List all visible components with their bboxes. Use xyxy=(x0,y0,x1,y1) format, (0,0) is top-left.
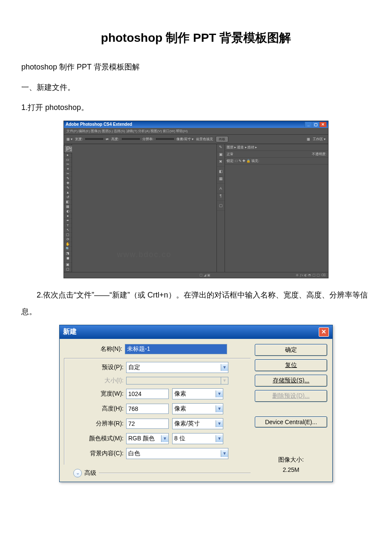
page-title: photoshop 制作 PPT 背景模板图解 xyxy=(21,30,371,46)
workspace-icon[interactable]: ▦ xyxy=(307,137,310,141)
resolution-unit-select[interactable]: 像素/英寸▼ xyxy=(172,418,223,429)
layers-panel: 图层 ▸ 通道 ▸ 路径 ▸ 正常 不透明度: 锁定: □ ✎ ✚ 🔒 填充: xyxy=(225,144,328,272)
advanced-toggle-row: ⌄ 高级 xyxy=(65,469,251,477)
width-unit-select[interactable]: 像素▼ xyxy=(172,388,223,399)
shape-tool-icon[interactable]: ▢ xyxy=(64,233,72,237)
color-mode-select[interactable]: RGB 颜色▼ xyxy=(126,433,169,444)
eyedrop-tool-icon[interactable]: ✎ xyxy=(64,176,72,181)
dialog-close-button[interactable]: ✕ xyxy=(319,327,329,337)
chevron-down-icon: ▼ xyxy=(216,420,223,427)
photoshop-screenshot: Adobe Photoshop CS4 Extended _ ▢ ✕ 文件(F)… xyxy=(63,121,329,278)
dialog-title-text: 新建 xyxy=(63,327,77,336)
reset-button[interactable]: 复位 xyxy=(255,359,327,371)
minimize-button[interactable]: _ xyxy=(305,122,312,127)
width-input[interactable] xyxy=(126,389,169,399)
new-document-dialog: 新建 ✕ 名称(N): 预设(P): 自定▼ 大小(I): ▼ xyxy=(59,325,333,482)
char-panel-icon[interactable]: ✖ xyxy=(217,159,225,167)
hand-tool-icon[interactable]: ✋ xyxy=(64,242,72,247)
zoom-tool-icon[interactable]: 🔍 xyxy=(64,247,72,251)
bit-depth-select[interactable]: 8 位▼ xyxy=(172,433,223,444)
image-size-value: 2.25M xyxy=(255,466,327,473)
brush-tool-icon[interactable]: ✎ xyxy=(64,186,72,191)
lasso-tool-icon[interactable]: ✂ xyxy=(64,162,72,167)
color-panel-icon[interactable]: ◧ xyxy=(217,169,225,176)
layers-lock-row[interactable]: 锁定: □ ✎ ✚ 🔒 填充: xyxy=(225,158,328,165)
options-width-input[interactable] xyxy=(85,138,103,140)
height-unit-select[interactable]: 像素▼ xyxy=(172,403,223,414)
maximize-button[interactable]: ▢ xyxy=(312,122,319,127)
options-res-input[interactable] xyxy=(156,138,174,140)
preset-label: 预设(P): xyxy=(66,364,126,371)
options-res-label: 分辨率: xyxy=(142,137,153,142)
hist-panel-icon[interactable]: ▣ xyxy=(217,152,225,159)
resolution-label: 分辨率(R): xyxy=(66,420,126,428)
workspace-selector[interactable]: 工作区 ▾ xyxy=(313,137,326,142)
advanced-label[interactable]: 高级 xyxy=(84,469,96,477)
name-input[interactable] xyxy=(125,344,227,354)
chevron-down-icon: ▼ xyxy=(216,390,223,397)
pen-tool-icon[interactable]: ✒ xyxy=(64,219,72,223)
heal-tool-icon[interactable]: ✚ xyxy=(64,181,72,186)
dialog-titlebar: 新建 ✕ xyxy=(60,325,332,339)
quickmask-icon[interactable]: ▣ xyxy=(64,263,72,267)
move-tool-icon[interactable]: ▸ xyxy=(64,153,72,158)
size-label: 大小(I): xyxy=(66,377,126,384)
3d-tool-icon[interactable]: ⟳ xyxy=(64,237,72,242)
options-width-label: 宽度: xyxy=(75,137,83,142)
width-label: 宽度(W): xyxy=(66,390,126,398)
chevron-down-icon: ▼ xyxy=(221,450,228,457)
fg-bg-colors[interactable]: ◼ xyxy=(64,256,72,263)
ok-button[interactable]: 确定 xyxy=(255,344,327,356)
dodge-tool-icon[interactable]: ● xyxy=(64,214,72,219)
layers-tabs[interactable]: 图层 ▸ 通道 ▸ 路径 ▸ xyxy=(225,144,328,151)
window-close-button[interactable]: ✕ xyxy=(319,122,326,127)
resolution-input[interactable] xyxy=(126,419,169,429)
stamp-tool-icon[interactable]: ▲ xyxy=(64,191,72,195)
swatch-panel-icon[interactable]: ▦ xyxy=(217,176,225,184)
collapsed-panel-strip: ✎ ▣ ✖ ◧ ▦ A ¶ ▢ xyxy=(216,144,225,272)
blur-tool-icon[interactable]: ◐ xyxy=(64,209,72,214)
watermark-text: www.bdoc.co xyxy=(72,250,216,259)
advanced-chevron-icon[interactable]: ⌄ xyxy=(73,469,82,477)
height-label: 高度(H): xyxy=(66,405,126,413)
device-central-button[interactable]: Device Central(E)... xyxy=(255,416,327,428)
height-input[interactable] xyxy=(126,404,169,414)
path-tool-icon[interactable]: ↖ xyxy=(64,228,72,233)
options-canvas-button[interactable]: 画板 xyxy=(216,136,228,142)
canvas-area: www.bdoc.co xyxy=(72,144,216,272)
status-icons: ⊕ ƒx ◐ ◓ ▢ ▢ ⌫ xyxy=(296,273,326,277)
save-preset-button[interactable]: 存储预设(S)... xyxy=(255,375,327,387)
step-2: 2.依次点击“文件”——“新建”（或 Crtl+n）。在弹出的对话框中输入名称、… xyxy=(21,287,371,321)
color-swap-icon[interactable]: ⬔ xyxy=(64,251,72,256)
history-tool-icon[interactable]: ↺ xyxy=(64,195,72,200)
marquee-tool-icon[interactable]: ▭ xyxy=(64,158,72,162)
crop-tool-icon[interactable]: ✂ xyxy=(64,172,72,176)
chevron-down-icon: ▼ xyxy=(221,364,228,371)
type-tool-icon[interactable]: T xyxy=(64,223,72,228)
gradient-tool-icon[interactable]: ▦ xyxy=(64,205,72,209)
adjust-panel-icon[interactable]: ▢ xyxy=(217,203,225,211)
preset-select[interactable]: 自定▼ xyxy=(126,362,228,373)
status-center: ▢ ◢ ▣ xyxy=(199,273,210,277)
divider-line xyxy=(99,473,251,474)
wand-tool-icon[interactable]: ✶ xyxy=(64,167,72,172)
image-size-box: 图像大小: 2.25M xyxy=(255,443,327,477)
screenmode-icon[interactable]: ▢ xyxy=(64,267,72,272)
options-bar: ▦ ▾ 宽度: ⇄ 高度: 分辨率: 像素/英寸 ▾ 前景色填充 画板 ▦ 工作… xyxy=(64,135,328,144)
menu-bar[interactable]: 文件(F) 编辑(E) 图像(I) 图层(L) 选择(S) 滤镜(T) 分析(A… xyxy=(64,128,328,135)
nav-panel-icon[interactable]: ✎ xyxy=(217,145,225,152)
eraser-tool-icon[interactable]: ◧ xyxy=(64,200,72,205)
tools-panel: Ps ▸ ▭ ✂ ✶ ✂ ✎ ✚ ✎ ▲ ↺ ◧ ▦ ◐ ● ✒ T ↖ ▢ ⟳… xyxy=(64,144,72,272)
options-unit-select[interactable]: 像素/英寸 ▾ xyxy=(176,137,193,142)
intro-line: photoshop 制作 PPT 背景模板图解 xyxy=(21,59,371,76)
options-fill-label: 前景色填充 xyxy=(196,137,213,142)
window-buttons: _ ▢ ✕ xyxy=(305,122,326,127)
options-swap-icon[interactable]: ⇄ xyxy=(106,137,109,141)
para-panel-icon[interactable]: ¶ xyxy=(217,194,225,201)
background-select[interactable]: 白色▼ xyxy=(126,448,228,459)
options-height-input[interactable] xyxy=(122,138,140,140)
options-height-label: 高度: xyxy=(111,137,119,142)
layers-blend-row[interactable]: 正常 不透明度: xyxy=(225,151,328,158)
style-panel-icon[interactable]: A xyxy=(217,186,225,194)
section-1-heading: 一、新建文件。 xyxy=(21,79,371,96)
